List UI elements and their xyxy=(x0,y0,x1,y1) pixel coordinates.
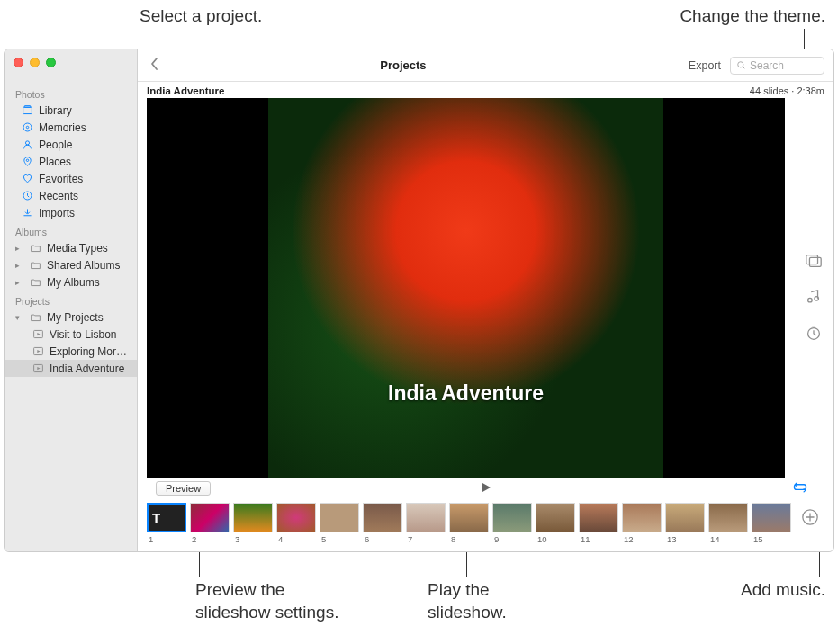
project-header: India Adventure 44 slides · 2:38m xyxy=(138,82,833,98)
timer-button[interactable] xyxy=(804,323,824,343)
slideshow-viewer[interactable]: India Adventure xyxy=(147,98,785,478)
thumb[interactable]: 10 xyxy=(536,503,575,544)
project-meta: 44 slides · 2:38m xyxy=(750,85,824,96)
disclosure-icon: ▸ xyxy=(15,244,23,253)
sidebar: Photos Library Memories People Places xyxy=(5,49,138,551)
thumb[interactable]: 2 xyxy=(190,503,230,544)
main-area: Projects Export Search India Adventure 4… xyxy=(138,49,833,551)
callout-preview-settings: Preview the slideshow settings. xyxy=(195,579,338,623)
title-mark: T xyxy=(152,510,160,525)
controls-row: Preview xyxy=(138,478,833,499)
close-button[interactable] xyxy=(14,58,23,67)
zoom-button[interactable] xyxy=(46,58,56,67)
sidebar-item-memories[interactable]: Memories xyxy=(5,119,137,136)
slide-title-overlay: India Adventure xyxy=(388,381,544,406)
add-slide-button[interactable] xyxy=(792,503,828,526)
sidebar-item-visit-lisbon[interactable]: Visit to Lisbon xyxy=(5,326,137,343)
thumb-num: 7 xyxy=(406,534,412,544)
slideshow-icon xyxy=(32,362,44,375)
thumb-num: 3 xyxy=(233,534,239,544)
thumb-num: 11 xyxy=(579,534,590,544)
callout-change-theme: Change the theme. xyxy=(680,5,825,28)
music-button[interactable] xyxy=(804,287,824,307)
folder-icon xyxy=(29,259,41,272)
thumb[interactable]: 8 xyxy=(449,503,489,544)
thumb[interactable]: 13 xyxy=(665,503,705,544)
titlebar xyxy=(5,49,833,67)
thumb[interactable]: 12 xyxy=(622,503,662,544)
sidebar-item-imports[interactable]: Imports xyxy=(5,204,137,221)
svg-rect-12 xyxy=(809,257,821,266)
filmstrip[interactable]: T 1 2 3 4 5 6 7 8 9 10 11 12 13 14 15 xyxy=(147,503,792,544)
sidebar-item-label: My Projects xyxy=(47,311,104,324)
callout-add-music: Add music. xyxy=(741,579,825,602)
sidebar-item-shared-albums[interactable]: ▸ Shared Albums xyxy=(5,256,137,273)
thumb[interactable]: 15 xyxy=(752,503,791,544)
slideshow-icon xyxy=(32,345,44,358)
sidebar-item-library[interactable]: Library xyxy=(5,102,137,119)
project-title: India Adventure xyxy=(147,85,224,96)
clock-icon xyxy=(21,190,33,202)
folder-icon xyxy=(29,311,41,324)
sidebar-item-label: Memories xyxy=(39,121,86,134)
sidebar-item-label: Media Types xyxy=(47,242,108,255)
viewer-area: India Adventure xyxy=(138,98,833,478)
section-header-albums: Albums xyxy=(5,221,137,239)
svg-point-5 xyxy=(26,159,28,161)
sidebar-item-label: India Adventure xyxy=(50,362,124,375)
sidebar-item-label: People xyxy=(39,139,72,151)
thumb-num: 10 xyxy=(536,534,547,544)
sidebar-item-recents[interactable]: Recents xyxy=(5,187,137,204)
thumb-num: 8 xyxy=(449,534,455,544)
filmstrip-wrap: T 1 2 3 4 5 6 7 8 9 10 11 12 13 14 15 xyxy=(138,499,833,551)
sidebar-item-india-adventure[interactable]: India Adventure xyxy=(5,360,137,377)
callout-play-slideshow: Play the slideshow. xyxy=(428,579,507,623)
thumb[interactable]: 3 xyxy=(233,503,273,544)
thumb-num: 4 xyxy=(276,534,283,544)
thumb[interactable]: 6 xyxy=(363,503,402,544)
slide-image xyxy=(268,98,664,478)
svg-rect-11 xyxy=(806,255,818,264)
sidebar-item-label: Imports xyxy=(39,207,75,219)
section-header-projects: Projects xyxy=(5,291,137,309)
sidebar-item-label: My Albums xyxy=(47,276,100,289)
thumb[interactable]: 5 xyxy=(320,503,359,544)
sidebar-item-people[interactable]: People xyxy=(5,136,137,153)
sidebar-item-label: Library xyxy=(39,104,72,117)
people-icon xyxy=(21,139,33,151)
sidebar-item-media-types[interactable]: ▸ Media Types xyxy=(5,239,137,256)
loop-button[interactable] xyxy=(792,481,808,496)
minimize-button[interactable] xyxy=(30,58,40,67)
thumb-num: 5 xyxy=(320,534,326,544)
places-icon xyxy=(21,156,33,168)
thumb[interactable]: 7 xyxy=(406,503,446,544)
section-header-photos: Photos xyxy=(5,84,137,102)
thumb[interactable]: 4 xyxy=(276,503,316,544)
play-button[interactable] xyxy=(480,481,492,496)
sidebar-item-my-albums[interactable]: ▸ My Albums xyxy=(5,273,137,291)
sidebar-item-exploring[interactable]: Exploring Mor… xyxy=(5,343,137,360)
theme-button[interactable] xyxy=(804,251,824,271)
sidebar-item-label: Favorites xyxy=(39,173,83,185)
thumb-title[interactable]: T 1 xyxy=(147,503,186,544)
heart-icon xyxy=(21,173,33,185)
sidebar-item-my-projects[interactable]: ▾ My Projects xyxy=(5,309,137,326)
thumb-num: 15 xyxy=(752,534,763,544)
thumb[interactable]: 11 xyxy=(579,503,618,544)
thumb-num: 1 xyxy=(147,534,153,544)
svg-rect-0 xyxy=(23,107,32,113)
library-icon xyxy=(21,104,33,117)
download-icon xyxy=(21,207,33,219)
svg-point-2 xyxy=(23,123,32,131)
svg-point-13 xyxy=(808,298,813,302)
thumb[interactable]: 14 xyxy=(708,503,748,544)
thumb[interactable]: 9 xyxy=(492,503,532,544)
sidebar-item-favorites[interactable]: Favorites xyxy=(5,170,137,187)
svg-rect-1 xyxy=(24,106,31,108)
sidebar-item-places[interactable]: Places xyxy=(5,153,137,170)
thumb-num: 13 xyxy=(665,534,677,544)
folder-icon xyxy=(29,276,41,289)
preview-button[interactable]: Preview xyxy=(156,481,211,496)
thumb-num: 9 xyxy=(492,534,499,544)
thumb-num: 14 xyxy=(708,534,720,544)
